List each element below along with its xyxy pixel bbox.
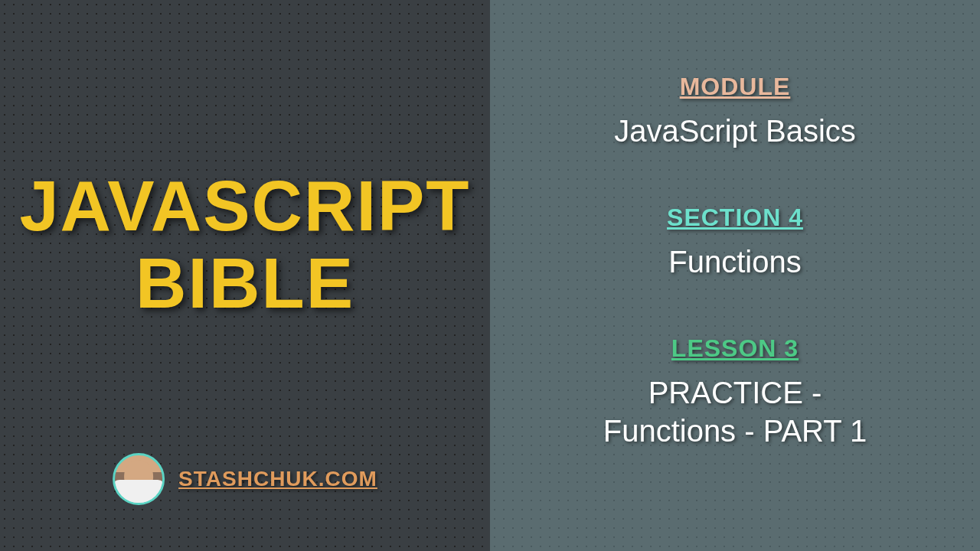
module-label: MODULE bbox=[614, 73, 856, 101]
title-line-1: JAVASCRIPT bbox=[19, 168, 470, 245]
right-panel: MODULE JavaScript Basics SECTION 4 Funct… bbox=[490, 0, 980, 551]
lesson-value-line-2: Functions - PART 1 bbox=[603, 412, 867, 450]
section-block: SECTION 4 Functions bbox=[667, 204, 803, 281]
module-value: JavaScript Basics bbox=[614, 112, 856, 150]
section-value: Functions bbox=[667, 243, 803, 281]
title-line-2: BIBLE bbox=[19, 245, 470, 322]
lesson-value: PRACTICE - Functions - PART 1 bbox=[603, 373, 867, 450]
author-url: STASHCHUK.COM bbox=[178, 467, 377, 491]
course-title: JAVASCRIPT BIBLE bbox=[19, 168, 470, 322]
lesson-value-line-1: PRACTICE - bbox=[603, 373, 867, 412]
section-label: SECTION 4 bbox=[667, 204, 803, 232]
author-avatar-icon bbox=[113, 453, 165, 505]
module-block: MODULE JavaScript Basics bbox=[614, 73, 856, 150]
author-block: STASHCHUK.COM bbox=[113, 453, 377, 505]
lesson-block: LESSON 3 PRACTICE - Functions - PART 1 bbox=[603, 334, 867, 450]
left-panel: JAVASCRIPT BIBLE STASHCHUK.COM bbox=[0, 0, 490, 551]
lesson-label: LESSON 3 bbox=[603, 334, 867, 363]
